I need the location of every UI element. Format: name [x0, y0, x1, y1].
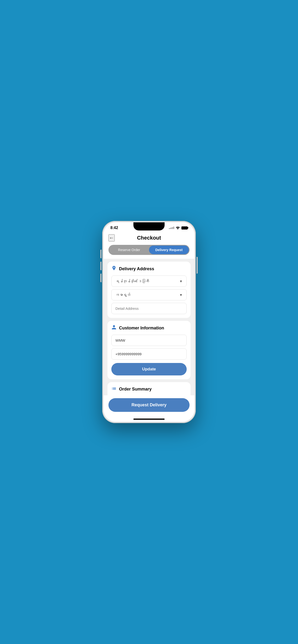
order-summary-title: Order Summary [119, 387, 152, 392]
township-dropdown[interactable]: ကမာရွတ် ▼ [111, 289, 187, 300]
township-arrow-icon: ▼ [179, 293, 183, 297]
phone-screen: 8:42 ← Checkout Reserve Ord [104, 222, 194, 422]
region-arrow-icon: ▼ [179, 279, 183, 283]
detail-address-input[interactable] [115, 306, 183, 310]
person-icon [111, 325, 117, 331]
request-delivery-button[interactable]: Request Delivery [108, 398, 190, 412]
signal-icon [169, 227, 174, 229]
name-input[interactable] [115, 338, 183, 342]
update-button[interactable]: Update [111, 363, 187, 376]
name-field[interactable] [111, 335, 187, 346]
customer-info-header: Customer Information [111, 325, 187, 331]
delivery-address-card: Delivery Address ရန်ကုန်တိုင်းဒေသကြီး ▼ … [107, 262, 191, 318]
tab-delivery-request[interactable]: Delivery Request [149, 246, 189, 254]
region-value: ရန်ကုန်တိုင်းဒေသကြီး [115, 279, 149, 283]
phone-frame: 8:42 ← Checkout Reserve Ord [102, 221, 196, 423]
order-list-icon [111, 386, 117, 392]
delivery-address-header: Delivery Address [111, 266, 187, 272]
region-dropdown[interactable]: ရန်ကုန်တိုင်းဒေသကြီး ▼ [111, 276, 187, 287]
wifi-icon [176, 226, 180, 230]
township-value: ကမာရွတ် [115, 293, 130, 297]
tab-container: Reserve Order Delivery Request [108, 245, 190, 255]
scroll-content: Delivery Address ရန်ကုန်တိုင်းဒေသကြီး ▼ … [104, 259, 194, 395]
phone-input[interactable] [115, 352, 183, 356]
battery-icon [181, 226, 188, 230]
back-button[interactable]: ← [108, 234, 115, 242]
status-icons [169, 226, 188, 230]
status-time: 8:42 [110, 226, 118, 230]
tab-reserve-order[interactable]: Reserve Order [109, 246, 149, 254]
order-summary-header: Order Summary [111, 386, 187, 392]
delivery-address-title: Delivery Address [119, 266, 154, 272]
customer-info-card: Customer Information Update [107, 321, 191, 379]
location-icon [111, 266, 117, 272]
notch [133, 222, 165, 230]
customer-info-title: Customer Information [119, 326, 164, 330]
home-bar [133, 418, 165, 420]
bottom-bar: Request Delivery [104, 395, 194, 418]
home-indicator [104, 418, 194, 422]
order-summary-card: Order Summary 1 x Realme C3Os 3/64GB - .… [107, 382, 191, 395]
phone-field[interactable] [111, 348, 187, 360]
detail-address-field[interactable] [111, 303, 187, 314]
page-title: Checkout [137, 235, 161, 241]
app-header: ← Checkout [104, 232, 194, 245]
tab-switcher: Reserve Order Delivery Request [104, 245, 194, 259]
